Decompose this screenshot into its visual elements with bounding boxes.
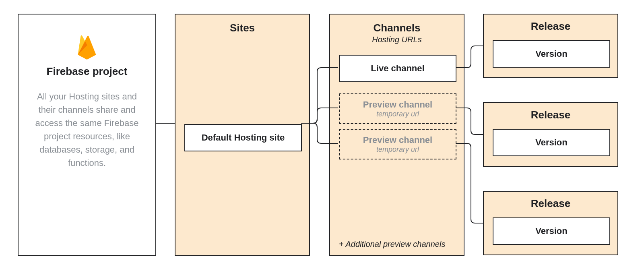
release-1-version-chip: Version (493, 40, 610, 68)
preview-channel-2-chip: Preview channel temporary url (339, 129, 456, 159)
release-2-title: Release (484, 109, 617, 121)
release-2-box: Release Version (483, 102, 618, 167)
live-channel-chip: Live channel (339, 55, 456, 82)
preview-channel-2-sub: temporary url (376, 145, 419, 154)
default-hosting-site-label: Default Hosting site (202, 132, 285, 143)
preview-channel-1-sub: temporary url (376, 110, 419, 118)
default-hosting-site-chip: Default Hosting site (184, 124, 302, 151)
release-1-title: Release (484, 20, 617, 33)
live-channel-label: Live channel (371, 63, 424, 74)
channels-subtitle: Hosting URLs (330, 35, 464, 44)
firebase-icon-svg (78, 35, 96, 60)
channels-title: Channels (330, 22, 464, 34)
project-box: Firebase project All your Hosting sites … (18, 14, 156, 256)
release-3-box: Release Version (483, 191, 618, 255)
release-2-version-chip: Version (493, 129, 610, 156)
preview-channel-1-label: Preview channel (363, 99, 432, 110)
diagram-canvas: Firebase project All your Hosting sites … (0, 0, 644, 269)
channels-footer: + Additional preview channels (339, 240, 455, 249)
sites-title: Sites (175, 22, 309, 34)
sites-box: Sites Default Hosting site (175, 14, 310, 256)
preview-channel-1-chip: Preview channel temporary url (339, 93, 456, 124)
project-description: All your Hosting sites and their channel… (29, 90, 145, 170)
release-1-version-label: Version (535, 49, 567, 59)
release-3-version-chip: Version (493, 217, 610, 245)
release-3-version-label: Version (535, 226, 567, 236)
release-3-title: Release (484, 197, 617, 210)
preview-channel-2-label: Preview channel (363, 135, 432, 145)
firebase-icon (29, 35, 145, 60)
project-title: Firebase project (29, 65, 145, 78)
release-2-version-label: Version (535, 137, 567, 148)
release-1-box: Release Version (483, 14, 618, 78)
channels-box: Channels Hosting URLs Live channel Previ… (329, 14, 464, 256)
